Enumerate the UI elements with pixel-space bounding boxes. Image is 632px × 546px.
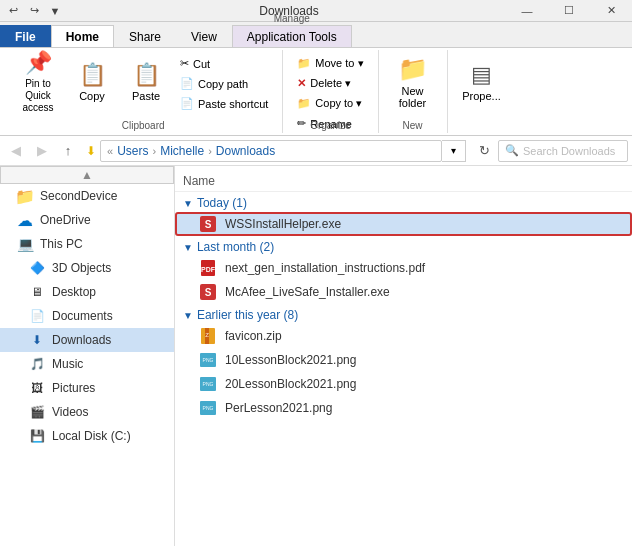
properties-icon: ▤ (471, 62, 492, 88)
svg-text:PDF: PDF (201, 266, 216, 273)
window-controls: — ☐ ✕ (506, 0, 632, 22)
ribbon: 📌 Pin to Quick access 📋 Copy 📋 Paste ✂ C… (0, 48, 632, 136)
sidebar: ▲ 📁 SecondDevice ☁ OneDrive 💻 This PC (0, 166, 175, 546)
group-earlier: ▼ Earlier this year (8) (175, 304, 632, 324)
sidebar-item-pictures[interactable]: 🖼 Pictures (0, 376, 174, 400)
sidebar-item-documents[interactable]: 📄 Documents (0, 304, 174, 328)
copy-button[interactable]: 📋 Copy (66, 52, 118, 112)
sidebar-scroll-up[interactable]: ▲ (0, 166, 174, 184)
png-icon-2: PNG (199, 375, 217, 393)
cut-button[interactable]: ✂ Cut (174, 54, 274, 73)
search-icon: 🔍 (505, 144, 519, 157)
file-item-mcafee[interactable]: S McAfee_LiveSafe_Installer.exe (175, 280, 632, 304)
download-dir-icon: ⬇ (86, 144, 96, 158)
file-item-wss-install[interactable]: S WSSInstallHelper.exe (175, 212, 632, 236)
back-button[interactable]: ◀ (4, 139, 28, 163)
file-list: Name ▼ Today (1) S WSSInstallHelper.exe … (175, 166, 632, 546)
search-placeholder: Search Downloads (523, 145, 615, 157)
properties-button[interactable]: ▤ Prope... (456, 52, 508, 112)
file-item-favicon-zip[interactable]: Z favicon.zip (175, 324, 632, 348)
sidebar-item-videos[interactable]: 🎬 Videos (0, 400, 174, 424)
sidebar-item-3d-objects[interactable]: 🔷 3D Objects (0, 256, 174, 280)
cursor-area (175, 420, 632, 428)
svg-text:Z: Z (205, 332, 209, 338)
tab-share[interactable]: Share (114, 25, 176, 47)
breadcrumb-users[interactable]: Users (117, 144, 148, 158)
breadcrumb-dropdown[interactable]: ▾ (442, 140, 466, 162)
this-pc-icon: 💻 (16, 235, 34, 253)
paste-button[interactable]: 📋 Paste (120, 52, 172, 112)
copy-path-icon: 📄 (180, 77, 194, 90)
svg-text:S: S (205, 219, 212, 230)
new-folder-button[interactable]: 📁 Newfolder (387, 52, 439, 112)
sidebar-item-downloads[interactable]: ⬇ Downloads (0, 328, 174, 352)
sidebar-items: 📁 SecondDevice ☁ OneDrive 💻 This PC 🔷 3D… (0, 184, 174, 546)
file-item-per-lesson[interactable]: PNG PerLesson2021.png (175, 396, 632, 420)
up-button[interactable]: ↑ (56, 139, 80, 163)
close-button[interactable]: ✕ (590, 0, 632, 22)
downloads-icon: ⬇ (28, 331, 46, 349)
pin-to-quick-access-button[interactable]: 📌 Pin to Quick access (12, 52, 64, 112)
file-item-next-gen-pdf[interactable]: PDF next_gen_installation_instructions.p… (175, 256, 632, 280)
breadcrumb-prefix: « (107, 145, 113, 157)
breadcrumb-michelle[interactable]: Michelle (160, 144, 204, 158)
pictures-icon: 🖼 (28, 379, 46, 397)
file-list-header: Name (175, 170, 632, 192)
svg-text:S: S (205, 287, 212, 298)
group-today: ▼ Today (1) (175, 192, 632, 212)
rename-icon: ✏ (297, 117, 306, 130)
paste-shortcut-icon: 📄 (180, 97, 194, 110)
documents-icon: 📄 (28, 307, 46, 325)
ribbon-section-properties: ▤ Prope... (448, 50, 516, 133)
copy-to-button[interactable]: 📁 Copy to ▾ (291, 94, 369, 113)
sidebar-item-second-device[interactable]: 📁 SecondDevice (0, 184, 174, 208)
group-earlier-collapse-icon: ▼ (183, 310, 193, 321)
forward-button[interactable]: ▶ (30, 139, 54, 163)
tab-application-tools[interactable]: Application Tools (232, 25, 352, 47)
zip-icon: Z (199, 327, 217, 345)
paste-icon: 📋 (133, 62, 160, 88)
move-to-button[interactable]: 📁 Move to ▾ (291, 54, 369, 73)
search-bar[interactable]: 🔍 Search Downloads (498, 140, 628, 162)
onedrive-icon: ☁ (16, 211, 34, 229)
sidebar-item-local-disk[interactable]: 💾 Local Disk (C:) (0, 424, 174, 448)
copy-path-button[interactable]: 📄 Copy path (174, 74, 274, 93)
desktop-icon: 🖥 (28, 283, 46, 301)
sidebar-item-desktop[interactable]: 🖥 Desktop (0, 280, 174, 304)
sidebar-item-this-pc[interactable]: 💻 This PC (0, 232, 174, 256)
sidebar-item-onedrive[interactable]: ☁ OneDrive (0, 208, 174, 232)
new-folder-icon: 📁 (398, 55, 428, 83)
qat-dropdown[interactable]: ▼ (46, 2, 64, 20)
svg-text:PNG: PNG (203, 357, 214, 363)
manage-tab-label: Manage (258, 12, 326, 25)
sidebar-item-music[interactable]: 🎵 Music (0, 352, 174, 376)
videos-icon: 🎬 (28, 403, 46, 421)
tab-file[interactable]: File (0, 25, 51, 47)
group-last-month-collapse-icon: ▼ (183, 242, 193, 253)
maximize-button[interactable]: ☐ (548, 0, 590, 22)
delete-button[interactable]: ✕ Delete ▾ (291, 74, 369, 93)
ribbon-section-new: 📁 Newfolder New (379, 50, 448, 133)
png-icon-3: PNG (199, 399, 217, 417)
breadcrumb-sep-2: › (208, 145, 212, 157)
qat-forward[interactable]: ↪ (25, 2, 43, 20)
minimize-button[interactable]: — (506, 0, 548, 22)
organize-label: Organize (310, 120, 351, 131)
pdf-icon: PDF (199, 259, 217, 277)
qat-back[interactable]: ↩ (4, 2, 22, 20)
copy-to-icon: 📁 (297, 97, 311, 110)
music-icon: 🎵 (28, 355, 46, 373)
file-item-lesson-block-1[interactable]: PNG 10LessonBlock2021.png (175, 348, 632, 372)
new-label: New (403, 120, 423, 131)
mcafee-icon: S (199, 283, 217, 301)
tab-view[interactable]: View (176, 25, 232, 47)
svg-text:PNG: PNG (203, 381, 214, 387)
breadcrumb-bar[interactable]: « Users › Michelle › Downloads (100, 140, 442, 162)
paste-shortcut-button[interactable]: 📄 Paste shortcut (174, 94, 274, 113)
refresh-button[interactable]: ↻ (472, 140, 496, 162)
file-item-lesson-block-2[interactable]: PNG 20LessonBlock2021.png (175, 372, 632, 396)
cut-icon: ✂ (180, 57, 189, 70)
tab-home[interactable]: Home (51, 25, 114, 47)
svg-text:PNG: PNG (203, 405, 214, 411)
main-area: ▲ 📁 SecondDevice ☁ OneDrive 💻 This PC (0, 166, 632, 546)
